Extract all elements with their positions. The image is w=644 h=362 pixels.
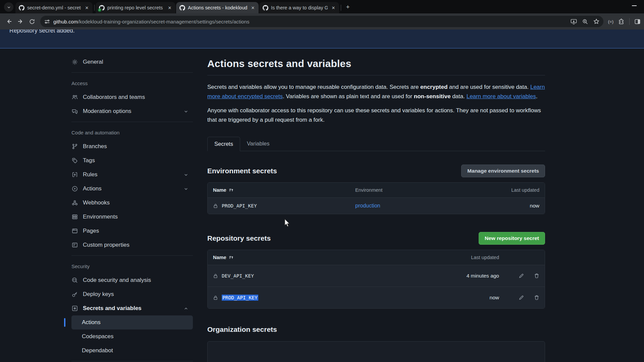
tab-close-icon[interactable]: ✕ [330, 5, 336, 11]
sidebar-item-label: Webhooks [83, 199, 110, 206]
gear-icon [71, 59, 78, 65]
new-repository-secret-button[interactable]: New repository secret [479, 232, 545, 245]
sidebar-subitem-label: Codespaces [82, 333, 114, 340]
chevron-up-icon [184, 306, 188, 311]
intro-bold: non-sensitive [414, 93, 451, 100]
repository-secrets-heading: Repository secrets [207, 234, 271, 242]
chevron-down-icon [7, 5, 11, 9]
sort-icon [229, 188, 234, 193]
profile-badge-icon[interactable]: (=) [608, 19, 613, 24]
forward-button[interactable] [15, 16, 26, 27]
github-favicon [179, 5, 185, 11]
sidebar-item-moderation[interactable]: Moderation options [71, 104, 193, 118]
last-updated-value: now [486, 203, 539, 209]
bookmark-star-icon[interactable] [593, 18, 599, 24]
note-icon [71, 242, 78, 248]
browser-tab-3-active[interactable]: Actions secrets - kodekloud-tra ✕ [176, 2, 259, 13]
play-circle-icon [71, 186, 78, 192]
sidebar-item-label: Environments [83, 214, 118, 220]
tab-secrets[interactable]: Secrets [207, 137, 240, 151]
sidebar-item-code-security[interactable]: Code security and analysis [71, 273, 193, 287]
sidebar-subitem-codespaces[interactable]: Codespaces [71, 329, 193, 344]
environment-link[interactable]: production [355, 203, 380, 208]
url-text[interactable]: github.com/kodekloud-training-organizati… [53, 19, 567, 24]
codescan-icon [71, 277, 78, 283]
lock-icon [213, 295, 218, 300]
sidebar-item-pages[interactable]: Pages [71, 224, 193, 238]
sidebar-item-label: Actions [83, 185, 102, 192]
chevron-down-icon [184, 187, 188, 191]
site-info-icon[interactable] [44, 19, 50, 24]
sidebar-item-custom-properties[interactable]: Custom properties [71, 238, 193, 252]
sidebar-item-label: Code security and analysis [83, 277, 151, 284]
tab-variables[interactable]: Variables [240, 137, 276, 151]
edit-pencil-icon[interactable] [519, 273, 524, 279]
sidebar-item-label: Moderation options [83, 108, 131, 115]
tab-close-icon[interactable]: ✕ [250, 5, 256, 11]
window-minimize-button[interactable] [632, 5, 637, 6]
sidebar-item-actions[interactable]: Actions [71, 182, 193, 196]
url-path: /kodekloud-training-organization/secret-… [78, 19, 249, 24]
sidebar-subitem-dependabot[interactable]: Dependabot [71, 344, 193, 358]
last-updated-value: now [449, 295, 499, 301]
sidebar-divider [71, 361, 193, 361]
browser-tab-2[interactable]: ✓ printing repo level secrets - kod ✕ [96, 2, 175, 13]
tab-search-button[interactable] [4, 2, 13, 12]
sidebar-item-environments[interactable]: Environments [71, 210, 193, 224]
browser-tab-4[interactable]: Is there a way to display Github ✕ [259, 2, 339, 13]
table-header: Name Last updated [208, 250, 545, 265]
active-indicator [64, 318, 65, 327]
sidebar-item-webhooks[interactable]: Webhooks [71, 196, 193, 210]
webhook-icon [71, 200, 78, 206]
sidebar-item-label: Pages [83, 228, 99, 234]
title-divider [207, 75, 545, 75]
intro-text: . [536, 93, 538, 100]
address-bar[interactable]: github.com/kodekloud-training-organizati… [40, 16, 603, 27]
sidebar-subitem-label: Actions [82, 319, 101, 326]
browser-tabstrip: secret-demo.yml - secret-mana ✕ ✓ printi… [0, 0, 644, 13]
learn-more-variables-link[interactable]: Learn more about variables [467, 93, 536, 100]
sidebar-divider [71, 72, 193, 73]
toolbar-separator [629, 18, 630, 25]
zoom-in-icon[interactable] [582, 19, 588, 24]
lock-icon [213, 203, 218, 208]
sidebar-item-general[interactable]: General [71, 55, 193, 69]
side-panel-icon[interactable] [634, 18, 641, 25]
settings-page: General Access Collaborators and teams M… [0, 49, 644, 362]
install-icon[interactable] [571, 19, 577, 24]
column-name: Name [213, 187, 226, 193]
delete-trash-icon[interactable] [534, 273, 539, 279]
column-environment: Environment [355, 187, 486, 193]
tab-title: Is there a way to display Github [271, 5, 328, 10]
sidebar-subitem-actions[interactable]: Actions [71, 315, 193, 329]
edit-pencil-icon[interactable] [519, 295, 524, 300]
tab-close-icon[interactable]: ✕ [167, 5, 173, 11]
browser-tab-1[interactable]: secret-demo.yml - secret-mana ✕ [15, 2, 93, 13]
repository-secret-row: DEV_API_KEY 4 minutes ago [208, 265, 545, 287]
asterisk-box-icon [71, 305, 78, 311]
column-name: Name [213, 255, 226, 260]
manage-environment-secrets-button[interactable]: Manage environment secrets [461, 165, 545, 177]
chevron-down-icon [184, 109, 188, 114]
new-tab-button[interactable]: + [343, 3, 352, 11]
delete-trash-icon[interactable] [534, 295, 539, 300]
sidebar-item-collaborators[interactable]: Collaborators and teams [71, 90, 193, 104]
sidebar-item-tags[interactable]: Tags [71, 154, 193, 168]
key-icon [71, 291, 78, 297]
rules-icon [71, 172, 78, 178]
sidebar-divider [71, 122, 193, 122]
sidebar-item-branches[interactable]: Branches [71, 139, 193, 154]
sidebar-item-rules[interactable]: Rules [71, 168, 193, 182]
sidebar-item-label: Collaborators and teams [83, 94, 145, 101]
extensions-icon[interactable] [618, 18, 625, 25]
sidebar-item-label: Custom properties [83, 242, 129, 248]
sidebar-item-deploy-keys[interactable]: Deploy keys [71, 287, 193, 301]
page-title: Actions secrets and variables [207, 58, 545, 69]
forward-icon [17, 18, 24, 25]
sidebar-item-secrets-variables[interactable]: Secrets and variables [71, 301, 193, 315]
back-button[interactable] [3, 16, 15, 27]
column-last-updated: Last updated [486, 187, 539, 193]
tab-close-icon[interactable]: ✕ [84, 5, 90, 11]
reload-button[interactable] [26, 16, 38, 27]
tab-separator [94, 5, 95, 11]
